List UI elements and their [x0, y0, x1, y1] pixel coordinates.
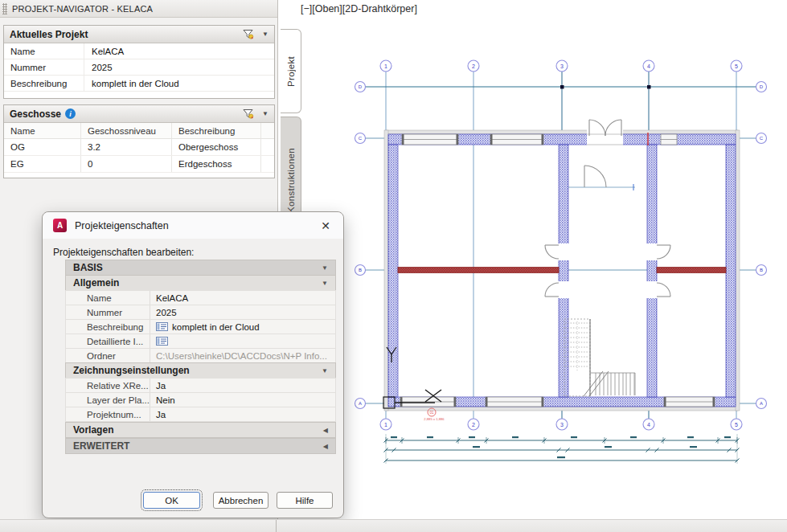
autocad-architecture-icon: A	[53, 219, 67, 232]
tab-projekt[interactable]: Projekt	[281, 29, 301, 113]
svg-text:D: D	[359, 84, 363, 89]
chevron-down-icon[interactable]: ▼	[322, 264, 328, 272]
table-filler	[4, 173, 274, 178]
svg-text:B: B	[359, 268, 362, 272]
geschoss-row-eg[interactable]: EG 0 Erdgeschoss	[4, 156, 274, 173]
chevron-down-icon[interactable]: ▼	[322, 280, 328, 287]
aktuelles-projekt-header[interactable]: Aktuelles Projekt ▼	[4, 26, 274, 43]
geschosse-header[interactable]: Geschosse i ▼	[4, 105, 274, 123]
window	[400, 397, 456, 407]
svg-text:4: 4	[647, 63, 650, 69]
dialog-titlebar[interactable]: A Projekteigenschaften ✕	[43, 212, 343, 239]
geschoss-row-og[interactable]: OG 3.2 Obergeschoss	[4, 139, 274, 156]
grid-node	[560, 85, 564, 89]
property-row-nummer[interactable]: Nummer 2025	[65, 305, 336, 320]
floorplan-canvas[interactable]: 01 2,885 x 1,886 1 2 3 4 5 1 2 3 4 5 D C…	[346, 32, 787, 474]
svg-text:C: C	[359, 136, 363, 141]
aktuelles-projekt-section: Aktuelles Projekt ▼ Name KelACA Nummer 2…	[3, 25, 275, 99]
property-row-name[interactable]: Name KelACA	[65, 290, 336, 305]
stairs	[564, 319, 635, 396]
property-row-ordner[interactable]: Ordner C:\Users\heinke\DC\ACCDocs\N+P In…	[65, 348, 336, 363]
window	[661, 134, 677, 145]
project-row-name[interactable]: Name KelACA	[4, 43, 274, 59]
property-grid: BASIS ▼ Allgemein ▼ Name KelACA Nummer 2…	[65, 260, 336, 454]
chevron-left-icon[interactable]: ◀	[323, 427, 328, 434]
projekteigenschaften-dialog: A Projekteigenschaften ✕ Projekteigensch…	[42, 211, 344, 518]
dialog-subtitle: Projekteigenschaften bearbeiten:	[53, 247, 194, 258]
svg-text:A: A	[359, 401, 362, 406]
project-row-beschreibung[interactable]: Beschreibung komplett in der Cloud	[4, 76, 274, 92]
svg-text:1: 1	[384, 63, 387, 69]
svg-text:2,885 x 1,886: 2,885 x 1,886	[424, 417, 445, 421]
dimensions	[384, 434, 740, 464]
svg-text:5: 5	[735, 63, 738, 69]
geschosse-column-headers: Name Geschossniveau Beschreibung	[4, 123, 274, 139]
chevron-left-icon[interactable]: ◀	[323, 443, 328, 450]
ok-button[interactable]: OK	[143, 492, 200, 509]
property-row-projektnummer[interactable]: Projektnum... Ja	[65, 407, 336, 422]
chevron-down-icon[interactable]: ▼	[322, 367, 328, 374]
property-row-relative-xref[interactable]: Relative XRe... Ja	[65, 378, 336, 393]
chevron-down-icon[interactable]: ▼	[262, 31, 268, 38]
window	[490, 134, 543, 145]
palette-border-divider	[276, 520, 277, 532]
chevron-down-icon[interactable]: ▼	[262, 110, 268, 117]
filter-edit-icon[interactable]	[242, 108, 255, 120]
svg-text:5: 5	[735, 422, 738, 428]
window	[486, 397, 543, 407]
svg-text:4: 4	[647, 422, 650, 428]
geschosse-title: Geschosse	[10, 108, 61, 120]
geschosse-section: Geschosse i ▼ Name Geschossniveau Beschr…	[3, 104, 275, 178]
command-line-strip	[0, 519, 787, 532]
filter-edit-icon[interactable]	[242, 29, 255, 40]
scroll-gutter	[261, 156, 274, 172]
property-row-layer-der-plankopfe[interactable]: Layer der Pla... Nein	[65, 392, 336, 407]
window	[402, 134, 458, 145]
dialog-title: Projekteigenschaften	[75, 220, 169, 231]
palette-titlebar[interactable]: PROJEKT-NAVIGATOR - KELACA	[0, 0, 277, 18]
svg-text:3: 3	[560, 63, 564, 69]
viewport-controls-label[interactable]: [−][Oben][2D-Drahtkörper]	[301, 3, 417, 14]
svg-text:C: C	[760, 136, 764, 141]
svg-text:01: 01	[429, 411, 434, 415]
multiline-text-icon[interactable]	[156, 337, 168, 346]
scroll-gutter	[261, 123, 274, 138]
grid-node	[647, 85, 651, 89]
scroll-gutter	[261, 139, 274, 155]
svg-text:D: D	[760, 84, 764, 89]
section-allgemein[interactable]: Allgemein ▼	[65, 275, 336, 291]
palette-title: PROJEKT-NAVIGATOR - KELACA	[12, 4, 153, 14]
svg-text:1: 1	[384, 422, 387, 428]
palette-grip-icon[interactable]	[2, 3, 7, 14]
close-icon[interactable]: ✕	[318, 219, 333, 232]
svg-text:A: A	[760, 401, 763, 406]
table-filler	[4, 92, 274, 98]
property-row-detaillierte-informationen[interactable]: Detaillierte I...	[65, 334, 336, 349]
svg-text:2: 2	[472, 422, 475, 428]
svg-text:B: B	[760, 268, 763, 272]
aktuelles-projekt-title: Aktuelles Projekt	[10, 29, 88, 40]
info-icon[interactable]: i	[65, 108, 76, 119]
svg-text:3: 3	[560, 422, 564, 428]
section-erweitert[interactable]: ERWEITERT ◀	[65, 438, 336, 454]
multiline-text-icon[interactable]	[156, 322, 168, 331]
window	[664, 397, 715, 407]
section-vorlagen[interactable]: Vorlagen ◀	[65, 422, 336, 438]
svg-text:2: 2	[472, 63, 475, 69]
project-row-nummer[interactable]: Nummer 2025	[4, 59, 274, 76]
section-zeichnungseinstellungen[interactable]: Zeichnungseinstellungen ▼	[65, 362, 336, 379]
property-row-beschreibung[interactable]: Beschreibung komplett in der Cloud	[65, 319, 336, 334]
hilfe-button[interactable]: Hilfe	[277, 492, 333, 509]
section-basis[interactable]: BASIS ▼	[65, 260, 336, 276]
abbrechen-button[interactable]: Abbrechen	[213, 492, 268, 509]
